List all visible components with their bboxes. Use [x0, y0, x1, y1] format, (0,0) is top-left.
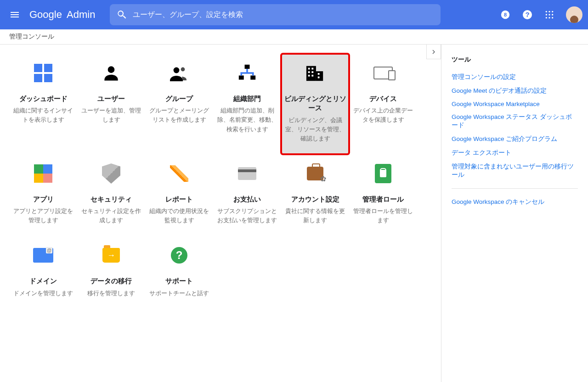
- tile-desc: 組織内での使用状況を監視します: [147, 207, 211, 225]
- tile-dashboard[interactable]: ダッシュボード組織に関するインサイトを表示します: [9, 54, 77, 154]
- tile-title: デバイス: [369, 94, 397, 103]
- tile-migration[interactable]: データの移行移行を管理します: [77, 236, 145, 309]
- tool-link[interactable]: Google Meet のビデオ通話の設定: [452, 84, 578, 98]
- tile-title: アカウント設定: [291, 195, 339, 204]
- svg-rect-20: [316, 71, 323, 81]
- support-icon: ?: [168, 244, 190, 266]
- tile-title: サポート: [165, 276, 193, 286]
- tile-desc: デバイス上の企業データを保護します: [351, 106, 415, 124]
- svg-point-14: [174, 67, 180, 73]
- svg-rect-22: [311, 68, 313, 70]
- tile-buildings[interactable]: ビルディングとリソースビルディング、会議室、リソースを管理、確認します: [281, 54, 349, 154]
- svg-point-11: [548, 17, 550, 18]
- tile-title: ビルディングとリソース: [283, 94, 347, 113]
- help-icon[interactable]: ?: [518, 6, 537, 24]
- tile-apps[interactable]: アプリアプリとアプリ設定を管理します: [9, 154, 77, 236]
- tile-desc: アプリとアプリ設定を管理します: [11, 207, 75, 225]
- svg-point-15: [181, 67, 185, 72]
- tile-users[interactable]: ユーザーユーザーを追加、管理します: [77, 54, 145, 154]
- svg-rect-16: [245, 65, 250, 69]
- groups-icon: [168, 62, 190, 84]
- tile-orgunits[interactable]: 組織部門組織部門の追加、削除、名前変更、移動、検索を行います: [213, 54, 281, 154]
- tile-title: グループ: [165, 94, 193, 103]
- tile-title: 管理者ロール: [362, 195, 404, 204]
- tile-account[interactable]: アカウント設定貴社に関する情報を更新します: [281, 154, 349, 236]
- svg-rect-26: [311, 75, 313, 77]
- svg-point-5: [548, 11, 550, 12]
- tool-link[interactable]: データ エクスポート: [452, 146, 578, 160]
- tile-title: ドメイン: [29, 276, 57, 286]
- svg-rect-24: [311, 71, 313, 73]
- avatar[interactable]: [566, 6, 582, 23]
- tile-title: ダッシュボード: [19, 94, 68, 103]
- main-grid: ダッシュボード組織に関するインサイトを表示しますユーザーユーザーを追加、管理しま…: [0, 45, 441, 382]
- tile-billing[interactable]: お支払いサブスクリプションとお支払いを管理します: [213, 154, 281, 236]
- tile-groups[interactable]: グループグループとメーリング リストを作成します: [145, 54, 213, 154]
- reports-icon: [168, 163, 190, 185]
- tool-link[interactable]: Google Workspace ご紹介プログラム: [452, 132, 578, 146]
- migration-icon: [100, 244, 122, 266]
- dashboard-icon: [32, 62, 54, 84]
- svg-rect-21: [308, 68, 310, 70]
- svg-rect-18: [250, 75, 255, 79]
- tile-desc: 移行を管理します: [85, 289, 137, 298]
- tile-desc: ユーザーを追加、管理します: [79, 106, 143, 124]
- menu-icon[interactable]: [6, 6, 24, 24]
- tile-desc: ビルディング、会議室、リソースを管理、確認します: [283, 116, 347, 143]
- search-box[interactable]: [110, 4, 441, 25]
- tool-link[interactable]: Google Workspace ステータス ダッシュボード: [452, 110, 578, 132]
- svg-rect-23: [308, 71, 310, 73]
- tile-desc: セキュリティ設定を作成します: [79, 207, 143, 225]
- sidebar-title: ツール: [452, 56, 578, 64]
- tile-desc: 組織に関するインサイトを表示します: [11, 106, 75, 124]
- collapse-sidebar-icon[interactable]: [426, 45, 441, 59]
- logo[interactable]: Google Admin: [29, 9, 95, 21]
- tile-desc: ドメインを管理します: [11, 289, 75, 298]
- tile-title: アプリ: [33, 195, 54, 204]
- adminroles-icon: [372, 163, 394, 185]
- tile-desc: グループとメーリング リストを作成します: [147, 106, 211, 124]
- account-switcher-icon[interactable]: 8: [496, 6, 514, 24]
- tile-security[interactable]: セキュリティセキュリティ設定を作成します: [77, 154, 145, 236]
- buildings-icon: [304, 62, 326, 84]
- tile-desc: 貴社に関する情報を更新します: [283, 207, 347, 225]
- account-icon: [304, 163, 326, 185]
- tile-desc: 組織部門の追加、削除、名前変更、移動、検索を行います: [215, 106, 279, 134]
- tile-devices[interactable]: デバイスデバイス上の企業データを保護します: [349, 54, 417, 154]
- search-input[interactable]: [133, 11, 437, 19]
- svg-rect-25: [308, 75, 310, 77]
- domains-icon: [32, 244, 54, 266]
- svg-rect-27: [318, 73, 320, 75]
- billing-icon: [236, 163, 258, 185]
- tile-adminroles[interactable]: 管理者ロール管理者ロールを管理します: [349, 154, 417, 236]
- logo-admin: Admin: [67, 9, 95, 21]
- tile-title: セキュリティ: [90, 195, 132, 204]
- breadcrumb-text: 管理コンソール: [9, 33, 54, 41]
- tile-desc: サブスクリプションとお支払いを管理します: [215, 207, 279, 225]
- tile-domains[interactable]: ドメインドメインを管理します: [9, 236, 77, 309]
- tool-link[interactable]: 管理コンソールの設定: [452, 70, 578, 84]
- orgunits-icon: [236, 62, 258, 84]
- apps-grid-icon[interactable]: [540, 6, 559, 24]
- svg-text:?: ?: [525, 11, 529, 18]
- tool-link[interactable]: Google Workspace Marketplace: [452, 98, 578, 110]
- tile-title: レポート: [165, 195, 193, 204]
- tile-title: データの移行: [90, 276, 132, 286]
- tile-support[interactable]: ?サポートサポートチームと話す: [145, 236, 213, 309]
- users-icon: [100, 62, 122, 84]
- app-header: Google Admin 8 ?: [0, 0, 588, 29]
- svg-point-10: [546, 17, 547, 18]
- tile-title: お支払い: [233, 195, 261, 204]
- devices-icon: [372, 62, 394, 84]
- tile-reports[interactable]: レポート組織内での使用状況を監視します: [145, 154, 213, 236]
- breadcrumb: 管理コンソール: [0, 29, 588, 45]
- tile-desc: サポートチームと話す: [147, 289, 211, 298]
- tools-sidebar: ツール 管理コンソールの設定Google Meet のビデオ通話の設定Googl…: [441, 45, 588, 382]
- svg-point-4: [546, 11, 547, 12]
- svg-point-7: [546, 14, 547, 15]
- search-icon: [116, 9, 127, 20]
- tool-link[interactable]: 管理対象に含まれないユーザー用の移行ツール: [452, 160, 578, 182]
- svg-text:8: 8: [504, 12, 507, 17]
- tool-link[interactable]: Google Workspace のキャンセル: [452, 195, 578, 209]
- logo-google: Google: [29, 9, 62, 21]
